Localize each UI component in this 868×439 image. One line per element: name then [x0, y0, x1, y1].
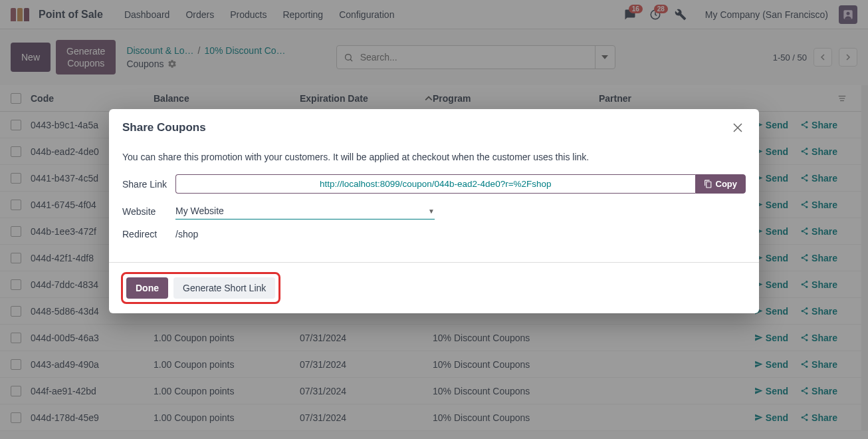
website-value: My Website [175, 206, 224, 216]
redirect-label: Redirect [122, 229, 175, 239]
chevron-down-icon: ▼ [428, 208, 435, 215]
website-select[interactable]: My Website ▼ [175, 203, 435, 220]
copy-icon [704, 180, 712, 188]
tutorial-highlight: Done Generate Short Link [121, 272, 280, 304]
share-coupons-modal: Share Coupons You can share this promoti… [109, 109, 759, 313]
modal-title: Share Coupons [122, 121, 206, 134]
done-button[interactable]: Done [126, 277, 168, 299]
generate-short-link-button[interactable]: Generate Short Link [173, 277, 275, 299]
share-link-url[interactable]: http://localhost:8099/coupon/044b-ead2-4… [175, 174, 695, 194]
modal-overlay[interactable]: Share Coupons You can share this promoti… [0, 0, 868, 439]
modal-description: You can share this promotion with your c… [122, 152, 746, 162]
share-link-label: Share Link [122, 179, 175, 190]
copy-button[interactable]: Copy [695, 174, 746, 194]
website-label: Website [122, 206, 175, 217]
close-icon[interactable] [730, 120, 746, 136]
redirect-value: /shop [175, 229, 198, 239]
